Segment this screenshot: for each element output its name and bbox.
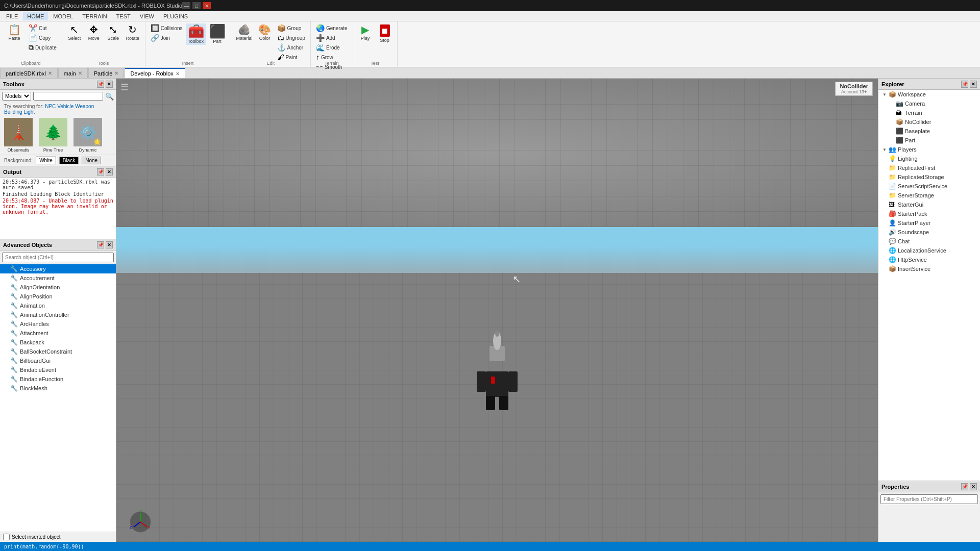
tree-serverscriptservice[interactable]: 📄 ServerScriptService (878, 182, 980, 191)
move-button[interactable]: ✥ Move (85, 23, 103, 42)
output-close-button[interactable]: ✕ (106, 168, 113, 176)
link-vehicle[interactable]: Vehicle (57, 104, 74, 109)
tree-baseplate[interactable]: ⬛ Baseplate (878, 127, 980, 136)
menu-test[interactable]: TEST (112, 12, 135, 20)
menu-terrain[interactable]: TERRAIN (78, 12, 111, 20)
advanced-search-input[interactable] (2, 253, 114, 262)
viewport[interactable]: ☰ NoCollider Account 13+ (116, 79, 878, 542)
toolbox-search-input[interactable] (33, 92, 103, 101)
advanced-item-bindablefunction[interactable]: 🔧 BindableFunction (0, 374, 116, 384)
scale-button[interactable]: ⤡ Scale (104, 23, 122, 42)
tab-close-main[interactable]: ✕ (78, 70, 82, 76)
advanced-item-archandles[interactable]: 🔧 ArcHandles (0, 319, 116, 329)
tree-soundscape[interactable]: 🔊 Soundscape (878, 228, 980, 237)
tree-workspace[interactable]: 📦 Workspace (878, 90, 980, 99)
tree-httpservice[interactable]: 🌐 HttpService (878, 255, 980, 264)
maximize-button[interactable]: □ (192, 2, 201, 9)
bg-white-button[interactable]: White (36, 157, 56, 164)
output-pin-button[interactable]: 📌 (97, 168, 104, 176)
tab-close-particle[interactable]: ✕ (114, 70, 118, 76)
tree-replicatedstorage[interactable]: 📁 ReplicatedStorage (878, 172, 980, 182)
tree-startergui[interactable]: 🖼 StarterGui (878, 200, 980, 209)
tree-insertservice[interactable]: 📦 InsertService (878, 264, 980, 273)
properties-close-button[interactable]: ✕ (970, 483, 977, 490)
advanced-item-blockmesh[interactable]: 🔧 BlockMesh (0, 384, 116, 393)
select-inserted-checkbox[interactable] (3, 534, 10, 540)
generate-button[interactable]: 🌏 Generate (314, 23, 350, 33)
link-light[interactable]: Light (23, 109, 35, 115)
link-npc[interactable]: NPC (45, 104, 56, 109)
link-weapon[interactable]: Weapon (75, 104, 94, 109)
tree-lighting[interactable]: 💡 Lighting (878, 154, 980, 163)
tree-replicatedfirst[interactable]: 📁 ReplicatedFirst (878, 163, 980, 172)
ungroup-button[interactable]: 🗂 Ungroup (275, 33, 307, 42)
menu-file[interactable]: FILE (2, 12, 22, 20)
menu-view[interactable]: VIEW (136, 12, 158, 20)
play-button[interactable]: ▶ Play (356, 23, 375, 42)
collisions-button[interactable]: 🔲 Collisions (149, 23, 185, 33)
tree-camera[interactable]: 📷 Camera (878, 99, 980, 108)
link-building[interactable]: Building (4, 109, 22, 115)
explorer-pin-button[interactable]: 📌 (961, 81, 968, 88)
toolbox-item-pine-tree[interactable]: 🌲 Pine Tree (37, 118, 69, 153)
advanced-item-backpack[interactable]: 🔧 Backpack (0, 338, 116, 347)
tree-serverstorage[interactable]: 📁 ServerStorage (878, 191, 980, 200)
advanced-item-ballsocketconstraint[interactable]: 🔧 BallSocketConstraint (0, 347, 116, 356)
advanced-item-accoutrement[interactable]: 🔧 Accoutrement (0, 273, 116, 283)
copy-button[interactable]: 📄 Copy (27, 33, 59, 42)
tab-close-develop[interactable]: ✕ (176, 71, 180, 77)
explorer-close-button[interactable]: ✕ (970, 81, 977, 88)
tree-starterplayer[interactable]: 👤 StarterPlayer (878, 218, 980, 228)
players-arrow[interactable] (881, 147, 888, 152)
part-button[interactable]: ⬛ Part (207, 23, 228, 45)
erode-button[interactable]: 🌊 Erode (314, 43, 350, 52)
advanced-pin-button[interactable]: 📌 (97, 241, 104, 248)
stop-button[interactable]: ■ Stop (376, 23, 394, 44)
bg-none-button[interactable]: None (82, 157, 101, 164)
close-button[interactable]: ✕ (203, 2, 211, 9)
tree-part[interactable]: ⬛ Part (878, 136, 980, 145)
menu-home[interactable]: HOME (23, 12, 48, 20)
tab-particle[interactable]: Particle ✕ (88, 68, 125, 78)
paste-button[interactable]: 📋 Paste (3, 23, 26, 42)
rotate-button[interactable]: ↻ Rotate (124, 23, 142, 42)
tree-localizationservice[interactable]: 🌐 LocalizationService (878, 246, 980, 255)
cut-button[interactable]: ✂️ Cut (27, 23, 59, 33)
color-button[interactable]: 🎨 Color (256, 23, 274, 42)
anchor-button[interactable]: ⚓ Anchor (275, 43, 307, 52)
hamburger-menu[interactable]: ☰ (120, 82, 129, 93)
material-button[interactable]: 🪨 Material (234, 23, 255, 42)
tree-players[interactable]: 👥 Players (878, 145, 980, 154)
tab-particlesdk[interactable]: particleSDK.rbxl ✕ (0, 68, 58, 78)
advanced-item-bindableevent[interactable]: 🔧 BindableEvent (0, 365, 116, 374)
advanced-item-animationcontroller[interactable]: 🔧 AnimationController (0, 310, 116, 319)
toolbox-pin-button[interactable]: 📌 (97, 81, 104, 88)
menu-plugins[interactable]: PLUGINS (159, 12, 192, 20)
tree-terrain[interactable]: 🏔 Terrain (878, 108, 980, 117)
properties-search-input[interactable] (880, 494, 978, 504)
advanced-item-animation[interactable]: 🔧 Animation (0, 301, 116, 310)
workspace-arrow[interactable] (881, 92, 888, 97)
bg-black-button[interactable]: Black (59, 157, 79, 164)
join-button[interactable]: 🔗 Join (149, 33, 185, 42)
select-button[interactable]: ↖ Select (65, 23, 84, 42)
tab-close-particlesdk[interactable]: ✕ (48, 70, 52, 76)
menu-model[interactable]: MODEL (49, 12, 77, 20)
tab-main[interactable]: main ✕ (58, 68, 88, 78)
group-button[interactable]: 📦 Group (275, 23, 307, 33)
tree-chat[interactable]: 💬 Chat (878, 237, 980, 246)
toolbox-item-dynamic[interactable]: ⚙️ 🌟 Dynamic (71, 118, 104, 153)
tab-develop-roblox[interactable]: Develop - Roblox ✕ (125, 68, 185, 78)
advanced-item-alignorientation[interactable]: 🔧 AlignOrientation (0, 283, 116, 292)
advanced-item-attachment[interactable]: 🔧 Attachment (0, 329, 116, 338)
duplicate-button[interactable]: ⧉ Duplicate (27, 43, 59, 53)
properties-pin-button[interactable]: 📌 (961, 483, 968, 490)
advanced-item-alignposition[interactable]: 🔧 AlignPosition (0, 292, 116, 301)
advanced-item-billboardgui[interactable]: 🔧 BillboardGui (0, 356, 116, 365)
advanced-close-button[interactable]: ✕ (106, 241, 113, 248)
advanced-item-accessory[interactable]: 🔧 Accessory (0, 264, 116, 273)
minimize-button[interactable]: — (182, 2, 190, 9)
toolbox-close-button[interactable]: ✕ (106, 81, 113, 88)
tree-nocollider[interactable]: 📦 NoCollider (878, 117, 980, 127)
tree-starterpack[interactable]: 🎒 StarterPack (878, 209, 980, 218)
